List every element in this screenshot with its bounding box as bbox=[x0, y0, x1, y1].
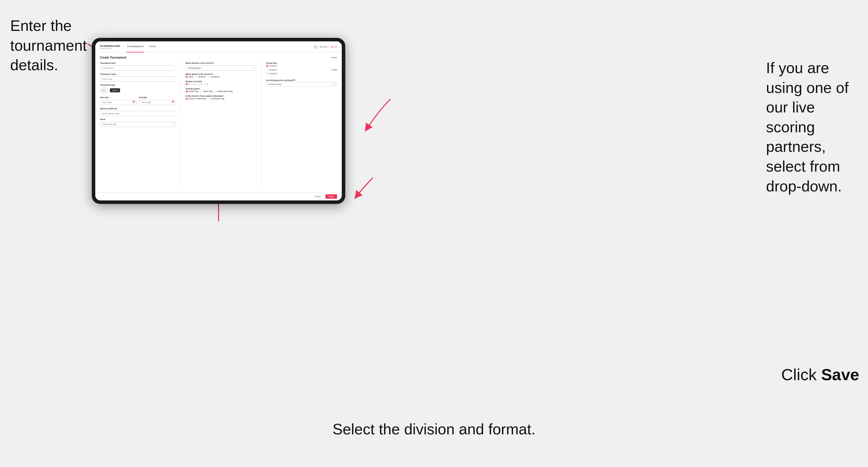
end-date-wrap: 📅 bbox=[139, 99, 176, 105]
api-field-group: Use third-party live scoring API? Leader… bbox=[266, 79, 337, 87]
nav-tabs: TOURNAMENTS TEAMS bbox=[126, 41, 313, 53]
rounds-3[interactable]: 3 bbox=[197, 83, 202, 85]
scoring-stroke[interactable]: Stroke Play bbox=[186, 90, 198, 93]
division-select[interactable]: NCAA Division I bbox=[186, 66, 257, 71]
venue-wrap: ▾ bbox=[100, 121, 176, 127]
search-team-input[interactable] bbox=[100, 66, 176, 71]
rounds-4-radio[interactable] bbox=[204, 83, 206, 85]
teams-field-group: Is this event for Teams and/or Individua… bbox=[186, 95, 257, 100]
format-5c4[interactable]: 5 count 4 bbox=[266, 65, 277, 67]
sign-out-link[interactable]: Sign out bbox=[330, 46, 337, 48]
teams-teams-radio[interactable] bbox=[186, 98, 188, 100]
gender-radio-group: Mens Womens Combined bbox=[186, 76, 257, 78]
page-title: Create Tournament bbox=[100, 56, 126, 59]
nav-bar: SCOREBOARD Powered by clippi TOURNAMENTS… bbox=[95, 41, 342, 53]
logo-main: SCOREBOARD bbox=[100, 44, 120, 48]
api-tag[interactable]: Leaderboard King ✕ ▾ bbox=[266, 82, 337, 87]
format-other[interactable]: Other bbox=[329, 68, 337, 71]
end-date-label: End date bbox=[139, 96, 176, 98]
format-6c4[interactable]: 6 count 4 bbox=[266, 68, 277, 71]
gender-mens-radio[interactable] bbox=[186, 76, 188, 78]
format-6c5-radio[interactable] bbox=[266, 72, 268, 74]
calendar-icon-start: 📅 bbox=[132, 101, 135, 103]
rounds-3-radio[interactable] bbox=[197, 83, 200, 85]
start-date-label: Start date bbox=[100, 96, 137, 98]
logo-upload-area: Upload bbox=[100, 87, 176, 94]
logo-label: Tournament logo bbox=[100, 84, 176, 86]
form-content: Create Tournament < Back Tournament Host… bbox=[95, 53, 342, 192]
annotation-bottom-center: Select the division and format. bbox=[333, 419, 535, 439]
svg-point-1 bbox=[103, 90, 104, 90]
division-field-group: Which division is the event for? NCAA Di… bbox=[186, 62, 257, 71]
api-label: Use third-party live scoring API? bbox=[266, 79, 337, 81]
venue-input[interactable] bbox=[100, 122, 176, 127]
upload-button[interactable]: Upload bbox=[110, 88, 120, 92]
form-col-1: Tournament Host Tournament name Tourname… bbox=[100, 62, 176, 186]
division-label: Which division is the event for? bbox=[186, 62, 257, 64]
image-icon bbox=[102, 89, 105, 92]
host-field-group: Tournament Host bbox=[100, 62, 176, 71]
rounds-2[interactable]: 2 bbox=[191, 83, 196, 85]
api-tag-chevron-icon[interactable]: ▾ bbox=[335, 83, 336, 85]
annotation-top-right: If you are using one of our live scoring… bbox=[766, 58, 859, 196]
host-label: Tournament Host bbox=[100, 62, 176, 64]
scoring-match-radio[interactable] bbox=[200, 90, 203, 93]
format-right: Other bbox=[329, 68, 337, 71]
form-col-2: Which division is the event for? NCAA Di… bbox=[181, 62, 257, 186]
scoring-medal-match-radio[interactable] bbox=[214, 90, 217, 93]
format-field-group: Format type 5 count 4 bbox=[266, 62, 337, 74]
gender-combined[interactable]: Combined bbox=[208, 76, 219, 78]
teams-radio-group: Teams (+Individuals) Individuals Only bbox=[186, 98, 257, 100]
save-button[interactable]: Save bbox=[326, 194, 337, 199]
format-5c4-radio[interactable] bbox=[266, 65, 268, 67]
scoring-match[interactable]: Match Play bbox=[200, 90, 213, 93]
scoring-radio-group: Stroke Play Match Play Medal Match Play bbox=[186, 90, 257, 93]
scoring-field-group: Scoring system Stroke Play Match Play bbox=[186, 88, 257, 93]
teams-teams[interactable]: Teams (+Individuals) bbox=[186, 98, 206, 100]
nav-user: Test User | Sign out bbox=[313, 45, 337, 49]
gender-womens[interactable]: Womens bbox=[195, 76, 206, 78]
format-6c4-radio[interactable] bbox=[266, 68, 268, 71]
venue-label: Venue bbox=[100, 118, 176, 120]
venue-field-group: Venue ▾ bbox=[100, 118, 176, 127]
sponsor-input[interactable] bbox=[100, 111, 176, 116]
rounds-1[interactable]: 1 bbox=[186, 83, 190, 85]
teams-individuals[interactable]: Individuals Only bbox=[208, 98, 224, 100]
gender-combined-radio[interactable] bbox=[208, 76, 210, 78]
tournament-name-input[interactable] bbox=[100, 76, 176, 82]
format-other-radio[interactable] bbox=[329, 68, 332, 71]
end-date-group: End date 📅 bbox=[139, 96, 176, 105]
logo-placeholder bbox=[100, 87, 107, 94]
sponsor-field-group: Sponsor (optional) bbox=[100, 107, 176, 116]
sponsor-label: Sponsor (optional) bbox=[100, 107, 176, 110]
form-footer: Cancel Save bbox=[95, 192, 342, 200]
rounds-2-radio[interactable] bbox=[191, 83, 194, 85]
app-logo: SCOREBOARD Powered by clippi bbox=[100, 44, 120, 49]
cancel-button[interactable]: Cancel bbox=[312, 194, 323, 199]
gender-label: Which gender is the event for? bbox=[186, 73, 257, 75]
teams-individuals-radio[interactable] bbox=[208, 98, 210, 100]
rounds-radio-group: 1 2 3 4 bbox=[186, 83, 257, 85]
scoring-medal-match[interactable]: Medal Match Play bbox=[214, 90, 233, 93]
tablet-screen: SCOREBOARD Powered by clippi TOURNAMENTS… bbox=[95, 41, 342, 200]
back-link[interactable]: < Back bbox=[331, 56, 337, 59]
annotation-bottom-right: Click Save bbox=[781, 364, 859, 385]
nav-tab-tournaments[interactable]: TOURNAMENTS bbox=[126, 41, 144, 53]
nav-tab-teams[interactable]: TEAMS bbox=[148, 41, 157, 53]
gender-womens-radio[interactable] bbox=[195, 76, 197, 78]
gender-mens[interactable]: Mens bbox=[186, 76, 193, 78]
annotation-top-left: Enter the tournament details. bbox=[10, 16, 95, 75]
logo-sub: Powered by clippi bbox=[100, 48, 120, 49]
rounds-4[interactable]: 4 bbox=[204, 83, 208, 85]
start-date-input[interactable] bbox=[100, 100, 137, 105]
scoring-stroke-radio[interactable] bbox=[186, 90, 188, 93]
user-avatar bbox=[313, 45, 318, 49]
page-header: Create Tournament < Back bbox=[100, 56, 337, 59]
user-label: Test User | bbox=[319, 46, 329, 48]
format-row: 5 count 4 6 count 4 6 count 5 bbox=[266, 65, 337, 74]
rounds-1-radio[interactable] bbox=[186, 83, 188, 85]
form-grid: Tournament Host Tournament name Tourname… bbox=[100, 62, 337, 186]
end-date-input[interactable] bbox=[139, 100, 176, 105]
format-6c5[interactable]: 6 count 5 bbox=[266, 72, 277, 74]
api-tag-close-icon[interactable]: ✕ bbox=[332, 83, 333, 85]
